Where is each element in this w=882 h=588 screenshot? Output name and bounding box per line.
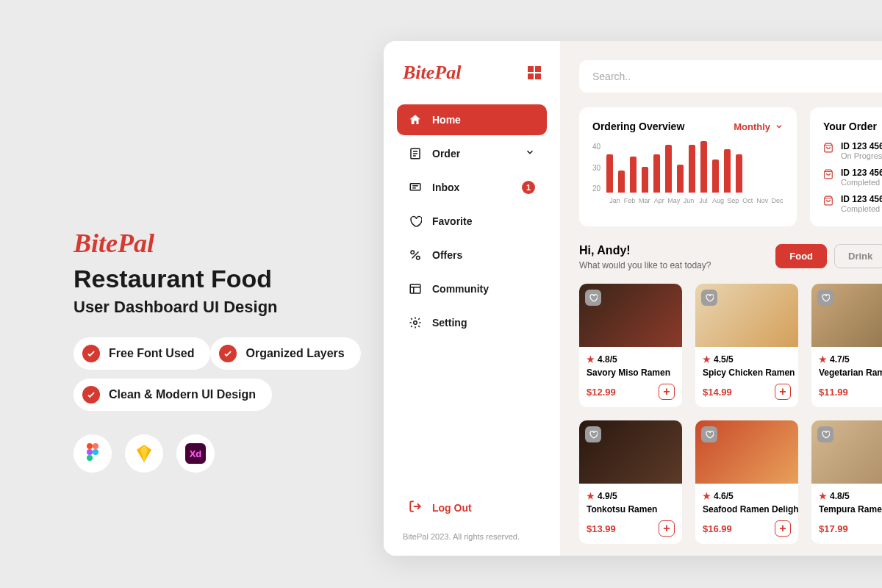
ordering-overview-card: Ordering Overview Monthly 403020 JanFebM… — [579, 107, 797, 226]
feature-pill: Free Font Used — [74, 337, 210, 370]
add-button[interactable]: + — [775, 520, 791, 537]
chart-bar — [700, 141, 707, 193]
food-card[interactable]: ★4.7/5Vegetarian Ramen$11.99+ — [811, 284, 882, 407]
favorite-button[interactable] — [817, 290, 833, 306]
bag-icon — [823, 143, 833, 156]
add-button[interactable]: + — [775, 384, 791, 400]
chart-bar — [618, 171, 625, 193]
grid-icon[interactable] — [528, 66, 541, 79]
favorite-button[interactable] — [817, 426, 833, 442]
favorite-button[interactable] — [585, 426, 601, 442]
app-window: BitePal HomeOrderInbox1FavoriteOffersCom… — [384, 41, 882, 556]
star-icon: ★ — [703, 491, 711, 501]
inbox-icon — [409, 181, 422, 194]
period-selector[interactable]: Monthly — [734, 121, 784, 132]
svg-point-4 — [87, 455, 93, 461]
chart-bar — [653, 154, 660, 193]
logout-icon — [409, 500, 422, 516]
favorite-button[interactable] — [701, 426, 717, 442]
star-icon: ★ — [587, 491, 595, 501]
order-row[interactable]: ID 123 456On Progress — [823, 141, 882, 160]
food-card[interactable]: ★4.6/5Seafood Ramen Delight$16.99+ — [695, 420, 798, 544]
chart-bar — [689, 145, 695, 193]
food-card[interactable]: ★4.5/5Spicy Chicken Ramen$14.99+ — [695, 284, 798, 407]
svg-rect-9 — [410, 284, 420, 293]
greeting: Hi, Andy! — [579, 244, 711, 257]
add-button[interactable]: + — [659, 384, 675, 400]
bag-icon — [823, 169, 833, 182]
nav-order[interactable]: Order — [397, 138, 547, 169]
star-icon: ★ — [819, 354, 827, 365]
check-icon — [219, 345, 237, 362]
svg-rect-6 — [410, 184, 420, 190]
order-row[interactable]: ID 123 456Completed — [823, 168, 882, 187]
app-logo[interactable]: BitePal — [403, 62, 461, 84]
check-icon — [82, 386, 100, 404]
add-button[interactable]: + — [659, 520, 675, 537]
chart-bar — [606, 154, 613, 193]
copyright: BitePal 2023. All rights reserved. — [397, 525, 547, 541]
tool-icons: Xd — [74, 434, 368, 473]
feature-pill: Organized Layers — [210, 337, 360, 370]
chart-bar — [642, 167, 648, 193]
filter-drink[interactable]: Drink — [834, 244, 882, 268]
food-card[interactable]: ★4.8/5Tempura Ramen$17.99+ — [811, 420, 882, 544]
xd-icon: Xd — [176, 434, 215, 473]
svg-point-8 — [417, 257, 420, 260]
svg-point-3 — [93, 449, 98, 455]
sidebar: BitePal HomeOrderInbox1FavoriteOffersCom… — [384, 41, 560, 556]
svg-point-1 — [93, 443, 98, 449]
setting-icon — [409, 316, 422, 329]
offers-icon — [409, 248, 422, 262]
chart-bar — [630, 157, 637, 193]
search-input[interactable]: Search.. — [579, 60, 882, 93]
chart-title: Ordering Overview — [592, 121, 684, 132]
order-row[interactable]: ID 123 456Completed — [823, 194, 882, 213]
food-card[interactable]: ★4.8/5Savory Miso Ramen$12.99+ — [579, 284, 682, 407]
nav-favorite[interactable]: Favorite — [397, 206, 547, 237]
your-order-card: Your Order ID 123 456On ProgressID 123 4… — [810, 107, 882, 226]
svg-point-0 — [87, 443, 93, 449]
svg-point-10 — [414, 321, 417, 325]
check-icon — [82, 345, 100, 362]
promo-logo: BitePal — [74, 228, 368, 259]
order-icon — [409, 147, 422, 160]
home-icon — [409, 113, 422, 126]
chart-bar — [736, 154, 742, 193]
star-icon: ★ — [587, 354, 595, 365]
sketch-icon — [125, 434, 163, 473]
chart-bar — [677, 165, 684, 193]
orders-title: Your Order — [823, 121, 882, 132]
chart-bar — [712, 159, 719, 193]
svg-point-2 — [87, 449, 93, 455]
chart-bar — [724, 149, 731, 193]
filter-food[interactable]: Food — [775, 244, 827, 268]
svg-point-7 — [411, 251, 415, 254]
favorite-icon — [409, 215, 422, 228]
chart-bar — [665, 145, 672, 193]
chevron-down-icon — [525, 147, 535, 160]
favorite-button[interactable] — [585, 290, 601, 306]
star-icon: ★ — [819, 491, 827, 501]
greeting-subtitle: What would you like to eat today? — [579, 260, 711, 270]
star-icon: ★ — [703, 354, 711, 365]
logout-button[interactable]: Log Out — [397, 491, 547, 525]
feature-pill: Clean & Modern UI Design — [74, 379, 272, 411]
promo-title: Restaurant Food — [74, 265, 368, 293]
food-card[interactable]: ★4.9/5Tonkotsu Ramen$13.99+ — [579, 420, 682, 544]
figma-icon — [74, 434, 112, 473]
nav-community[interactable]: Community — [397, 273, 547, 304]
community-icon — [409, 282, 422, 295]
nav-setting[interactable]: Setting — [397, 307, 547, 338]
nav-offers[interactable]: Offers — [397, 240, 547, 270]
nav-inbox[interactable]: Inbox1 — [397, 172, 547, 203]
favorite-button[interactable] — [701, 290, 717, 306]
nav-home[interactable]: Home — [397, 104, 547, 135]
bag-icon — [823, 196, 833, 209]
promo-subtitle: User Dashboard UI Design — [74, 298, 368, 317]
inbox-badge: 1 — [522, 181, 535, 194]
